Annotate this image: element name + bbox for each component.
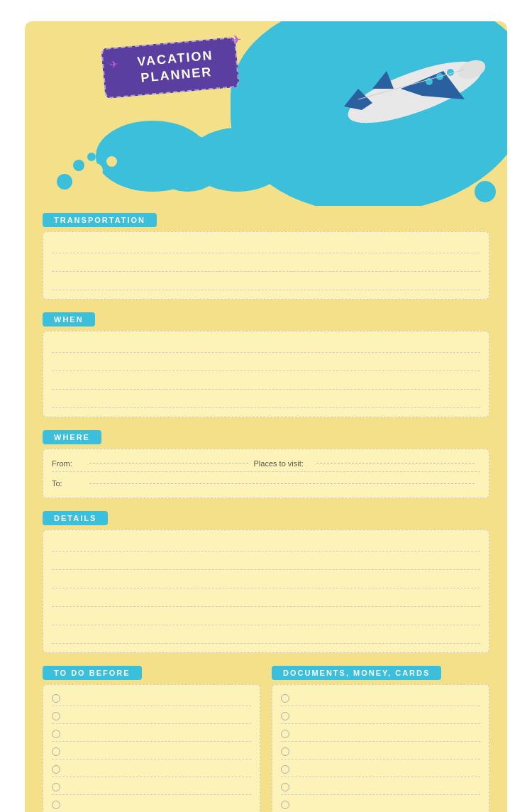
details-header: DETAILS (43, 511, 108, 525)
airplane-illustration (301, 35, 500, 149)
todo-circle-1 (52, 694, 60, 703)
documents-header: Documents, money, cards (272, 666, 441, 680)
bottom-row: TO DO BEFORE Documents, money, cards (43, 666, 489, 812)
bubble3 (106, 156, 117, 167)
document-area: ✈ VACATION PLANNER (25, 21, 507, 812)
todo-item-2[interactable] (52, 708, 251, 724)
when-line-2[interactable] (52, 356, 480, 371)
todo-circle-2 (52, 712, 60, 720)
when-section: WHEN (43, 312, 489, 417)
svg-marker-4 (372, 71, 394, 89)
details-line-1[interactable] (52, 536, 480, 552)
documents-column: Documents, money, cards (272, 666, 489, 812)
todo-circle-3 (52, 730, 60, 738)
todo-column: TO DO BEFORE (43, 666, 260, 812)
todo-box (43, 684, 260, 812)
details-line-4[interactable] (52, 591, 480, 607)
documents-box (272, 684, 489, 812)
decorative-circle (73, 160, 84, 171)
doc-item-5[interactable] (281, 762, 480, 777)
todo-item-3[interactable] (52, 726, 251, 742)
doc-circle-3 (281, 730, 289, 738)
doc-item-7[interactable] (281, 797, 480, 812)
todo-item-5[interactable] (52, 762, 251, 777)
transportation-line-1[interactable] (52, 238, 480, 253)
details-section: DETAILS (43, 511, 489, 653)
ticket-title: VACATION PLANNER (124, 46, 228, 88)
todo-item-6[interactable] (52, 779, 251, 795)
to-line[interactable] (89, 483, 475, 484)
transportation-section: TRANSPORTATION (43, 213, 489, 300)
doc-item-4[interactable] (281, 744, 480, 759)
todo-circle-5 (52, 765, 60, 774)
doc-circle-2 (281, 712, 289, 720)
todo-item-1[interactable] (52, 691, 251, 706)
where-from-row: From: Places to visit: (52, 455, 480, 472)
from-label: From: (52, 459, 84, 468)
where-header: WHERE (43, 430, 101, 444)
when-box (43, 331, 489, 417)
todo-item-4[interactable] (52, 744, 251, 759)
to-label: To: (52, 479, 84, 488)
details-line-5[interactable] (52, 610, 480, 625)
details-box (43, 530, 489, 653)
transportation-box (43, 231, 489, 300)
where-box: From: Places to visit: To: (43, 449, 489, 498)
details-line-6[interactable] (52, 628, 480, 644)
places-label: Places to visit: (254, 459, 311, 468)
where-section: WHERE From: Places to visit: To: (43, 430, 489, 498)
doc-circle-5 (281, 765, 289, 774)
when-line-3[interactable] (52, 374, 480, 390)
todo-header: TO DO BEFORE (43, 666, 142, 680)
ticket-plane-icon: ✈ (230, 32, 242, 48)
transportation-header: TRANSPORTATION (43, 213, 157, 227)
doc-item-6[interactable] (281, 779, 480, 795)
where-to-row: To: (52, 475, 480, 492)
blue-cloud3 (188, 128, 287, 192)
details-line-3[interactable] (52, 573, 480, 588)
decorative-circle (87, 153, 96, 161)
top-decoration: ✈ VACATION PLANNER (25, 21, 507, 206)
transportation-line-2[interactable] (52, 256, 480, 272)
doc-circle-6 (281, 783, 289, 791)
todo-item-7[interactable] (52, 797, 251, 812)
page-wrapper: ✈ VACATION PLANNER (0, 0, 532, 812)
doc-circle-7 (281, 801, 289, 809)
svg-point-7 (447, 69, 454, 76)
doc-item-3[interactable] (281, 726, 480, 742)
todo-circle-7 (52, 801, 60, 809)
places-line[interactable] (316, 463, 475, 463)
decorative-circle (57, 174, 72, 190)
decorative-circle-right (475, 181, 496, 202)
transportation-line-3[interactable] (52, 275, 480, 290)
details-line-2[interactable] (52, 554, 480, 570)
from-line[interactable] (89, 463, 248, 463)
bubble2 (89, 163, 103, 177)
when-line-4[interactable] (52, 393, 480, 408)
doc-circle-4 (281, 747, 289, 756)
when-header: WHEN (43, 312, 95, 327)
doc-circle-1 (281, 694, 289, 703)
todo-circle-4 (52, 747, 60, 756)
doc-item-1[interactable] (281, 691, 480, 706)
vacation-ticket: ✈ VACATION PLANNER (101, 37, 239, 99)
doc-item-2[interactable] (281, 708, 480, 724)
todo-circle-6 (52, 783, 60, 791)
when-line-1[interactable] (52, 337, 480, 353)
content-area: TRANSPORTATION WHEN WHERE (25, 206, 507, 812)
